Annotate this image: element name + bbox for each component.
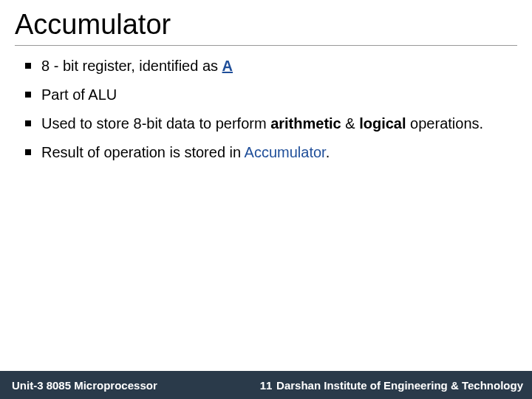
slide-footer: Unit-3 8085 Microprocessor 11 Darshan In… [0,371,532,399]
slide: Accumulator 8 - bit register, identified… [0,0,532,399]
bold-arithmetic: arithmetic [270,115,341,132]
bullet-text: Result of operation is stored in Accumul… [41,143,517,163]
footer-institute: Darshan Institute of Engineering & Techn… [276,379,523,392]
bullet-marker-icon [25,149,31,155]
bullet-item: Used to store 8-bit data to perform arit… [25,114,517,134]
bullet-marker-icon [25,120,31,126]
footer-page-number: 11 [260,379,273,392]
bullet-marker-icon [25,92,31,98]
footer-unit: Unit-3 8085 Microprocessor [9,379,157,392]
bold-logical: logical [359,115,406,132]
bullet-text: 8 - bit register, identified as A [41,56,517,76]
bullet-marker-icon [25,63,31,69]
text-fragment: & [341,115,359,132]
text-fragment: . [326,144,330,160]
highlight-accumulator: Accumulator [245,144,326,160]
bullet-text: Part of ALU [41,85,517,105]
highlight-register-a: A [222,58,233,74]
bullet-text: Used to store 8-bit data to perform arit… [41,114,517,134]
text-fragment: Used to store 8-bit data to perform [41,115,270,132]
text-fragment: Result of operation is stored in [41,144,245,160]
text-fragment: 8 - bit register, identified as [41,58,222,74]
bullet-item: Part of ALU [25,85,517,105]
bullet-list: 8 - bit register, identified as A Part o… [15,56,517,399]
slide-title: Accumulator [15,9,517,46]
text-fragment: operations. [406,115,484,132]
bullet-item: Result of operation is stored in Accumul… [25,143,517,163]
bullet-item: 8 - bit register, identified as A [25,56,517,76]
